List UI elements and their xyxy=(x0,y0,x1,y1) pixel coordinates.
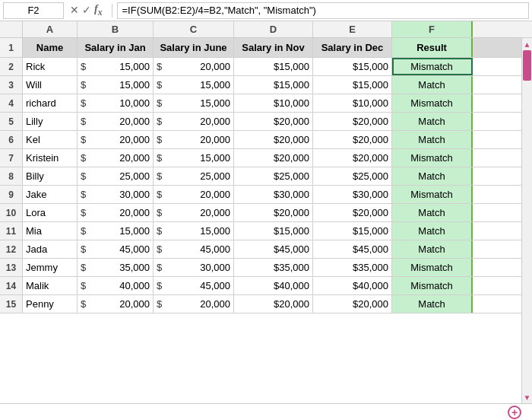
cell-result-11[interactable]: Match xyxy=(392,222,473,240)
scrollbar-track[interactable] xyxy=(522,50,532,391)
cell-name-11[interactable]: Mia xyxy=(23,222,78,240)
cell-salary-jun-6[interactable]: $20,000 xyxy=(154,131,234,148)
cell-salary-jan-10[interactable]: $20,000 xyxy=(78,204,154,221)
cell-salary-jun-5[interactable]: $20,000 xyxy=(154,113,234,130)
add-sheet-button[interactable]: + xyxy=(508,406,521,419)
cell-result-2[interactable]: Mismatch xyxy=(392,58,473,75)
cell-result-8[interactable]: Match xyxy=(392,167,473,185)
cell-salary-jan-12[interactable]: $45,000 xyxy=(78,240,154,258)
cell-salary-nov-6[interactable]: $20,000 xyxy=(234,131,313,148)
col-header-a[interactable]: A xyxy=(23,21,78,37)
cell-result-6[interactable]: Match xyxy=(392,131,473,148)
cell-salary-nov-10[interactable]: $20,000 xyxy=(234,204,313,221)
cell-salary-jan-11[interactable]: $15,000 xyxy=(78,222,154,240)
cell-name-3[interactable]: Will xyxy=(23,76,78,94)
cell-salary-dec-4[interactable]: $10,000 xyxy=(313,94,392,112)
cell-salary-jan-14[interactable]: $40,000 xyxy=(78,277,154,294)
cell-salary-jun-8[interactable]: $25,000 xyxy=(154,167,234,185)
cell-salary-jan-15[interactable]: $20,000 xyxy=(78,295,154,313)
cell-salary-jan-2[interactable]: $15,000 xyxy=(78,58,154,75)
cell-salary-nov-5[interactable]: $20,000 xyxy=(234,113,313,130)
cell-salary-jan-13[interactable]: $35,000 xyxy=(78,259,154,276)
confirm-icon[interactable]: ✓ xyxy=(82,4,91,16)
cell-name-4[interactable]: richard xyxy=(23,94,78,112)
cell-name-13[interactable]: Jemmy xyxy=(23,259,78,276)
cell-salary-dec-12[interactable]: $45,000 xyxy=(313,240,392,258)
cell-salary-jun-15[interactable]: $20,000 xyxy=(154,295,234,313)
insert-function-icon[interactable]: fx xyxy=(94,3,103,18)
cell-result-14[interactable]: Mismatch xyxy=(392,277,473,294)
cell-salary-jan-5[interactable]: $20,000 xyxy=(78,113,154,130)
cell-salary-dec-2[interactable]: $15,000 xyxy=(313,58,392,75)
cell-result-4[interactable]: Mismatch xyxy=(392,94,473,112)
cell-salary-jan-8[interactable]: $25,000 xyxy=(78,167,154,185)
cell-salary-dec-8[interactable]: $25,000 xyxy=(313,167,392,185)
cell-salary-dec-10[interactable]: $20,000 xyxy=(313,204,392,221)
cell-name-8[interactable]: Billy xyxy=(23,167,78,185)
cell-salary-dec-11[interactable]: $15,000 xyxy=(313,222,392,240)
cell-salary-nov-12[interactable]: $45,000 xyxy=(234,240,313,258)
cell-result-5[interactable]: Match xyxy=(392,113,473,130)
cell-salary-jun-2[interactable]: $20,000 xyxy=(154,58,234,75)
cell-salary-jun-11[interactable]: $15,000 xyxy=(154,222,234,240)
cell-salary-nov-11[interactable]: $15,000 xyxy=(234,222,313,240)
cell-salary-nov-15[interactable]: $20,000 xyxy=(234,295,313,313)
right-scrollbar[interactable]: ▲ ▼ xyxy=(521,38,532,403)
cell-name-14[interactable]: Malik xyxy=(23,277,78,294)
cell-result-15[interactable]: Match xyxy=(392,295,473,313)
cell-name-12[interactable]: Jada xyxy=(23,240,78,258)
scroll-down-arrow[interactable]: ▼ xyxy=(522,391,533,403)
cell-salary-nov-8[interactable]: $25,000 xyxy=(234,167,313,185)
cell-name-10[interactable]: Lora xyxy=(23,204,78,221)
cell-salary-dec-5[interactable]: $20,000 xyxy=(313,113,392,130)
cell-salary-jun-10[interactable]: $20,000 xyxy=(154,204,234,221)
cell-salary-jun-12[interactable]: $45,000 xyxy=(154,240,234,258)
cell-salary-dec-13[interactable]: $35,000 xyxy=(313,259,392,276)
cell-name-9[interactable]: Jake xyxy=(23,186,78,203)
cell-result-3[interactable]: Match xyxy=(392,76,473,94)
cell-salary-dec-6[interactable]: $20,000 xyxy=(313,131,392,148)
cell-result-12[interactable]: Match xyxy=(392,240,473,258)
cell-salary-jun-7[interactable]: $15,000 xyxy=(154,149,234,167)
cell-salary-jun-3[interactable]: $15,000 xyxy=(154,76,234,94)
cell-name-15[interactable]: Penny xyxy=(23,295,78,313)
cell-name-6[interactable]: Kel xyxy=(23,131,78,148)
formula-input[interactable] xyxy=(117,2,530,19)
scroll-up-arrow[interactable]: ▲ xyxy=(522,38,533,50)
cell-name-5[interactable]: Lilly xyxy=(23,113,78,130)
col-header-d[interactable]: D xyxy=(234,21,313,37)
cell-salary-nov-14[interactable]: $40,000 xyxy=(234,277,313,294)
cell-salary-nov-3[interactable]: $15,000 xyxy=(234,76,313,94)
cell-salary-jun-9[interactable]: $20,000 xyxy=(154,186,234,203)
cell-salary-nov-7[interactable]: $20,000 xyxy=(234,149,313,167)
cell-salary-jan-4[interactable]: $10,000 xyxy=(78,94,154,112)
cancel-icon[interactable]: ✕ xyxy=(70,4,79,16)
cell-salary-dec-14[interactable]: $40,000 xyxy=(313,277,392,294)
col-header-f[interactable]: F xyxy=(392,21,473,37)
cell-salary-dec-7[interactable]: $20,000 xyxy=(313,149,392,167)
cell-salary-dec-15[interactable]: $20,000 xyxy=(313,295,392,313)
cell-salary-jun-4[interactable]: $15,000 xyxy=(154,94,234,112)
cell-salary-nov-4[interactable]: $10,000 xyxy=(234,94,313,112)
cell-salary-nov-13[interactable]: $35,000 xyxy=(234,259,313,276)
cell-salary-nov-9[interactable]: $30,000 xyxy=(234,186,313,203)
cell-name-2[interactable]: Rick xyxy=(23,58,78,75)
cell-result-7[interactable]: Mismatch xyxy=(392,149,473,167)
col-header-b[interactable]: B xyxy=(78,21,154,37)
col-header-e[interactable]: E xyxy=(313,21,392,37)
cell-result-9[interactable]: Mismatch xyxy=(392,186,473,203)
cell-salary-dec-9[interactable]: $30,000 xyxy=(313,186,392,203)
cell-salary-jan-6[interactable]: $20,000 xyxy=(78,131,154,148)
cell-result-13[interactable]: Mismatch xyxy=(392,259,473,276)
cell-reference-box[interactable] xyxy=(3,2,64,19)
cell-salary-jan-3[interactable]: $15,000 xyxy=(78,76,154,94)
col-header-c[interactable]: C xyxy=(154,21,234,37)
cell-result-10[interactable]: Match xyxy=(392,204,473,221)
cell-salary-jun-13[interactable]: $30,000 xyxy=(154,259,234,276)
cell-salary-jun-14[interactable]: $45,000 xyxy=(154,277,234,294)
cell-salary-dec-3[interactable]: $15,000 xyxy=(313,76,392,94)
cell-salary-nov-2[interactable]: $15,000 xyxy=(234,58,313,75)
scrollbar-thumb[interactable] xyxy=(523,50,531,81)
cell-salary-jan-9[interactable]: $30,000 xyxy=(78,186,154,203)
cell-name-7[interactable]: Kristein xyxy=(23,149,78,167)
